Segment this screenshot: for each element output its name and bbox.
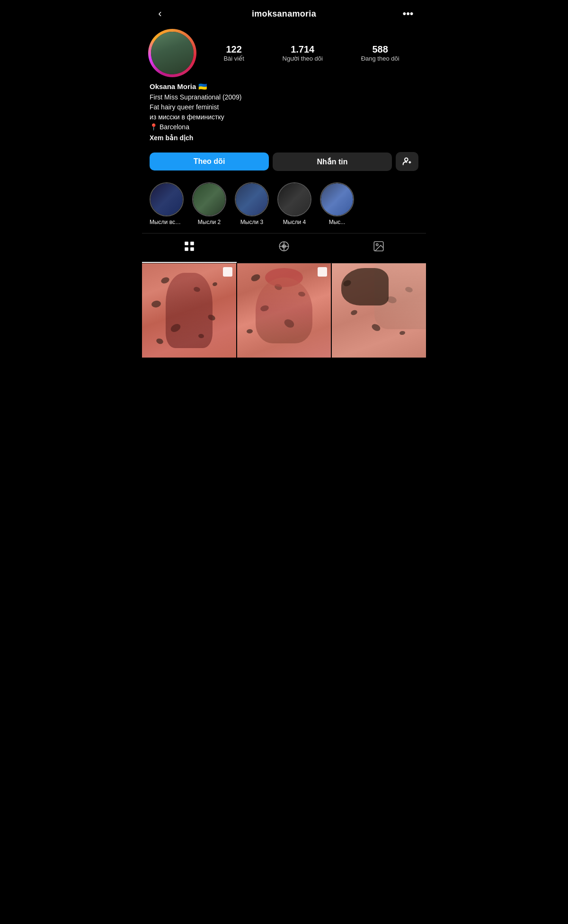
more-button[interactable]: ••• <box>399 8 417 20</box>
following-count: 588 <box>372 44 388 55</box>
follow-button[interactable]: Theo dõi <box>150 153 269 170</box>
highlight-thumb-5 <box>321 183 353 215</box>
grid-icon <box>183 240 195 255</box>
svg-rect-5 <box>185 247 188 251</box>
highlight-circle-2 <box>192 182 226 216</box>
bio-section: Oksana Moria 🇺🇦 First Miss Supranational… <box>142 82 426 147</box>
add-friend-button[interactable] <box>396 152 418 171</box>
highlight-label-1: Мысли вслух <box>150 219 184 225</box>
header: ‹ imoksanamoria ••• <box>142 0 426 25</box>
grid-item-3[interactable] <box>332 263 426 358</box>
tab-tagged[interactable] <box>331 233 426 263</box>
followers-label: Người theo dõi <box>283 55 323 62</box>
highlight-label-2: Мысли 2 <box>198 219 221 225</box>
highlight-label-4: Мысли 4 <box>283 219 306 225</box>
highlight-item-1[interactable]: Мысли вслух <box>150 182 184 225</box>
highlight-thumb-4 <box>278 183 311 215</box>
profile-top: 122 Bài viết 1.714 Người theo dõi 588 Đa… <box>150 30 418 76</box>
highlights-section: Мысли вслух Мысли 2 Мысли 3 Мысли 4 Мыс.… <box>142 178 426 233</box>
followers-count: 1.714 <box>291 44 314 55</box>
avatar-wrapper[interactable] <box>150 30 195 76</box>
highlight-item-4[interactable]: Мысли 4 <box>277 182 311 225</box>
photo-grid <box>142 263 426 358</box>
following-label: Đang theo dõi <box>361 55 399 62</box>
highlight-circle-1 <box>150 182 184 216</box>
action-buttons: Theo dõi Nhắn tin <box>142 147 426 178</box>
back-button[interactable]: ‹ <box>151 8 169 20</box>
highlight-thumb-1 <box>151 183 183 215</box>
stat-posts[interactable]: 122 Bài viết <box>223 44 244 62</box>
grid-item-inner-1 <box>142 263 236 358</box>
stat-following[interactable]: 588 Đang theo dõi <box>361 44 399 62</box>
translate-button[interactable]: Xem bản dịch <box>150 134 418 142</box>
bio-line-1: First Miss Supranational (2009) <box>150 92 418 102</box>
tab-reels[interactable] <box>237 233 331 263</box>
username-title: imoksanamoria <box>252 9 316 19</box>
svg-rect-3 <box>185 242 188 245</box>
reels-svg <box>278 240 290 252</box>
tagged-svg <box>373 240 385 252</box>
svg-marker-13 <box>283 245 285 247</box>
photo-bg-1 <box>142 263 236 358</box>
highlight-label-5: Мыс... <box>329 219 346 225</box>
grid-item-inner-3 <box>332 263 426 358</box>
photo-bg-3 <box>332 263 426 358</box>
reels-icon <box>278 240 290 255</box>
photo-bg-2 <box>237 263 331 358</box>
grid-svg <box>183 240 195 252</box>
bio-line-3: из мисски в феминистку <box>150 112 418 122</box>
profile-section: 122 Bài viết 1.714 Người theo dõi 588 Đa… <box>142 25 426 82</box>
stats-row: 122 Bài viết 1.714 Người theo dõi 588 Đa… <box>204 44 418 62</box>
bio-line-4: 📍 Barcelona <box>150 122 418 132</box>
svg-rect-6 <box>190 247 194 251</box>
highlight-item-5[interactable]: Мыс... <box>320 182 354 225</box>
tab-grid[interactable] <box>142 233 237 263</box>
multi-badge-1 <box>223 267 232 277</box>
highlight-circle-5 <box>320 182 354 216</box>
grid-item-inner-2 <box>237 263 331 358</box>
svg-rect-4 <box>190 242 194 245</box>
highlight-thumb-2 <box>193 183 225 215</box>
posts-label: Bài viết <box>223 55 244 62</box>
highlight-circle-3 <box>235 182 269 216</box>
svg-point-15 <box>376 244 378 246</box>
highlight-label-3: Мысли 3 <box>240 219 263 225</box>
highlight-circle-4 <box>277 182 311 216</box>
stat-followers[interactable]: 1.714 Người theo dõi <box>283 44 323 62</box>
highlight-item-3[interactable]: Мысли 3 <box>235 182 269 225</box>
svg-point-0 <box>405 158 408 161</box>
add-person-icon <box>402 157 412 166</box>
highlight-thumb-3 <box>236 183 268 215</box>
display-name: Oksana Moria 🇺🇦 <box>150 82 418 91</box>
grid-item-2[interactable] <box>237 263 331 358</box>
multi-badge-2 <box>318 267 327 277</box>
posts-count: 122 <box>226 44 241 55</box>
tagged-icon <box>373 240 385 255</box>
avatar <box>151 32 194 74</box>
bio-line-2: Fat hairy queer feminist <box>150 102 418 112</box>
message-button[interactable]: Nhắn tin <box>273 153 392 171</box>
grid-item-1[interactable] <box>142 263 236 358</box>
highlight-item-2[interactable]: Мысли 2 <box>192 182 226 225</box>
avatar-image <box>151 32 194 74</box>
tabs-row <box>142 233 426 263</box>
